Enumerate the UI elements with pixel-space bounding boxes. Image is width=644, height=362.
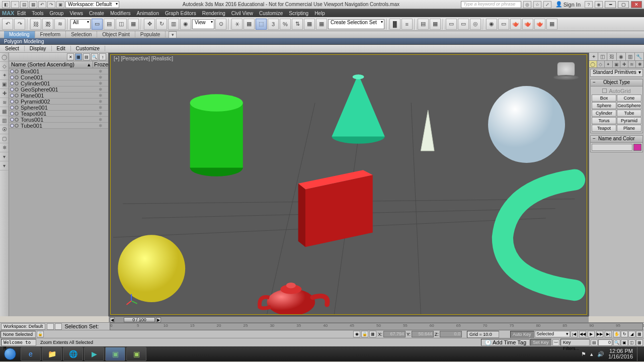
create-geosphere-button[interactable]: GeoSphere xyxy=(617,102,641,109)
scene-menu-display[interactable]: Display xyxy=(25,46,52,51)
scene-close-icon[interactable]: ✕ xyxy=(67,53,74,60)
key-mode-dropdown[interactable]: Selected xyxy=(535,331,570,337)
updates-icon[interactable]: ◉ xyxy=(595,1,603,8)
curve-editor-button[interactable]: ▭ xyxy=(446,19,457,30)
key-filters-button[interactable]: Key Filters... xyxy=(560,339,590,346)
snap-toggle-button[interactable]: ⬚ xyxy=(256,19,267,30)
freeze-toggle[interactable]: ❄ xyxy=(93,93,108,98)
filter-groups-icon[interactable]: ▦ xyxy=(0,107,9,116)
menu-graph-editors[interactable]: Graph Editors xyxy=(162,11,199,16)
orbit-view-button[interactable]: ↻ xyxy=(621,331,628,337)
create-shapes-icon[interactable]: ◇ xyxy=(597,61,605,67)
cmd-tab-motion-icon[interactable]: ◉ xyxy=(617,53,626,60)
save-icon[interactable]: ▦ xyxy=(29,1,37,8)
task-chrome-icon[interactable]: 🌐 xyxy=(63,347,83,361)
create-sphere-button[interactable]: Sphere xyxy=(592,102,616,109)
time-config-icon[interactable]: ▤ xyxy=(591,339,598,346)
freeze-toggle[interactable]: ❄ xyxy=(93,69,108,74)
freeze-toggle[interactable]: ❄ xyxy=(93,105,108,110)
scene-menu-select[interactable]: Select xyxy=(0,46,25,51)
scene-menu-edit[interactable]: Edit xyxy=(52,46,71,51)
y-coord-input[interactable]: 50.644 xyxy=(412,331,434,337)
system-tray[interactable]: ⚑ ▴ 🔊 12:06 PM 1/16/2016 xyxy=(578,347,644,361)
select-place-button[interactable]: ◉ xyxy=(180,19,191,30)
menu-rendering[interactable]: Rendering xyxy=(199,11,228,16)
help-icon[interactable]: ? xyxy=(585,1,593,8)
named-selection-dropdown[interactable]: Create Selection Set xyxy=(328,19,384,29)
freeze-toggle[interactable]: ❄ xyxy=(93,81,108,86)
scene-row[interactable]: Box001❄ xyxy=(9,68,108,74)
app-logo-icon[interactable]: MAX xyxy=(2,10,14,16)
ribbon-tab-populate[interactable]: Populate xyxy=(135,31,166,38)
create-pyramid-button[interactable]: Pyramid xyxy=(617,117,641,124)
abs-transform-icon[interactable]: ▦ xyxy=(369,331,376,337)
window-maximize-button[interactable]: ▢ xyxy=(618,1,629,8)
scene-row[interactable]: Pyramid002❄ xyxy=(9,99,108,105)
filter-geometry-icon[interactable]: ◯ xyxy=(0,53,9,62)
cmd-tab-modify-icon[interactable]: ◫ xyxy=(598,53,607,60)
zoom-all-button[interactable]: ▦ xyxy=(636,331,643,337)
star-icon[interactable]: ☆ xyxy=(533,1,541,8)
selection-filter-dropdown[interactable]: All xyxy=(70,19,91,29)
filter-all-icon[interactable]: ▾ xyxy=(0,161,9,170)
goto-start-button[interactable]: |◀ xyxy=(571,331,578,337)
select-region-button[interactable]: ◫ xyxy=(116,19,127,30)
cmd-tab-utilities-icon[interactable]: 🔧 xyxy=(635,53,644,60)
redo-button[interactable]: ↷ xyxy=(14,19,25,30)
visibility-icon[interactable] xyxy=(10,75,14,79)
ribbon-expand-icon[interactable]: ▾ xyxy=(169,31,177,38)
filter-hidden-icon[interactable]: ▾ xyxy=(0,152,9,161)
object-cone[interactable] xyxy=(332,74,385,144)
time-slider[interactable]: ◀ 0 / 100 ▶ xyxy=(109,316,589,322)
scene-sync-icon[interactable]: ↕ xyxy=(99,53,106,60)
goto-end-button[interactable]: ▶| xyxy=(605,331,612,337)
ribbon-tab-selection[interactable]: Selection xyxy=(66,31,97,38)
object-teapot[interactable] xyxy=(260,283,328,314)
render-frame-button[interactable]: ▭ xyxy=(498,19,509,30)
window-minimize-button[interactable]: ━ xyxy=(605,1,616,8)
selection-lock-icon[interactable]: 🔒 xyxy=(361,331,368,337)
visibility-icon[interactable] xyxy=(10,118,14,122)
filter-lights-icon[interactable]: ✦ xyxy=(0,71,9,80)
scene-row[interactable]: Cone001❄ xyxy=(9,74,108,80)
create-tube-button[interactable]: Tube xyxy=(617,110,641,117)
filter-containers-icon[interactable]: ▢ xyxy=(0,134,9,143)
spinner-snap-button[interactable]: ⇅ xyxy=(292,19,303,30)
select-object-button[interactable]: ▭ xyxy=(92,19,103,30)
task-app2-icon[interactable]: ▣ xyxy=(126,347,146,361)
scene-search-icon[interactable]: 🔍 xyxy=(91,53,98,60)
next-key-button[interactable]: ▶▶ xyxy=(596,331,603,337)
task-app1-icon[interactable]: ▶ xyxy=(84,347,104,361)
scene-sort-icon[interactable]: ▦ xyxy=(75,53,82,60)
sb-icon-1[interactable] xyxy=(47,323,54,330)
prev-frame-button[interactable]: ◀ xyxy=(110,317,115,322)
percent-snap-button[interactable]: % xyxy=(280,19,291,30)
cmd-tab-create-icon[interactable]: ✦ xyxy=(589,53,598,60)
menu-views[interactable]: Views xyxy=(66,11,86,16)
sb-icon-2[interactable] xyxy=(55,323,62,330)
rollout-name-color[interactable]: Name and Color xyxy=(591,136,642,143)
freeze-toggle[interactable]: ❄ xyxy=(93,87,108,92)
open-icon[interactable]: ▤ xyxy=(20,1,28,8)
menu-customize[interactable]: Customize xyxy=(256,11,286,16)
scene-list-icon[interactable]: ▤ xyxy=(83,53,90,60)
object-color-swatch[interactable] xyxy=(633,144,641,151)
open-autodesk-button[interactable]: ▦ xyxy=(546,19,557,30)
ribbon-tab-freeform[interactable]: Freeform xyxy=(35,31,66,38)
render-setup-button[interactable]: ◉ xyxy=(486,19,497,30)
create-cone-button[interactable]: Cone xyxy=(617,95,641,102)
show-desktop-button[interactable] xyxy=(637,347,641,361)
freeze-toggle[interactable]: ❄ xyxy=(93,99,108,104)
create-lights-icon[interactable]: ✦ xyxy=(605,61,613,67)
scene-row[interactable]: Sphere001❄ xyxy=(9,105,108,111)
scene-row[interactable]: Torus001❄ xyxy=(9,117,108,123)
zoom-extents-button[interactable]: ▣ xyxy=(621,339,628,346)
autokey-button[interactable]: Auto Key xyxy=(510,331,534,338)
zoom-button[interactable]: 🔍 xyxy=(613,339,620,346)
freeze-toggle[interactable]: ❄ xyxy=(93,111,108,116)
track-bar[interactable]: 0510152025303540455055606570758085909510… xyxy=(110,323,643,330)
infocenter-icon[interactable]: ◎ xyxy=(523,1,531,8)
task-explorer-icon[interactable]: 📁 xyxy=(42,347,62,361)
freeze-toggle[interactable]: ❄ xyxy=(93,117,108,122)
scene-row[interactable]: Cylinder001❄ xyxy=(9,80,108,86)
